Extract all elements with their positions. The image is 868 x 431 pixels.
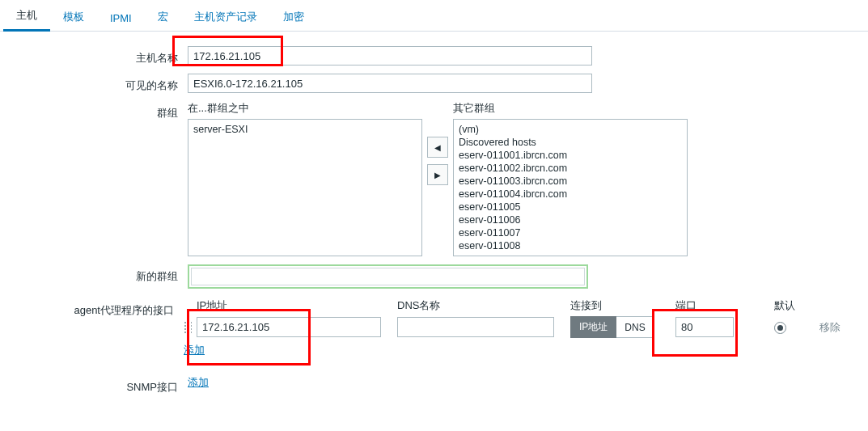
tab-encryption[interactable]: 加密	[270, 5, 317, 31]
label-groups: 群组	[0, 101, 188, 120]
default-interface-radio[interactable]	[774, 322, 786, 334]
label-host-name: 主机名称	[0, 46, 188, 65]
tab-templates[interactable]: 模板	[50, 5, 97, 31]
remove-interface-link[interactable]: 移除	[819, 320, 868, 335]
list-item[interactable]: server-ESXI	[193, 123, 417, 136]
list-item[interactable]: eserv-011003.ibrcn.com	[459, 175, 682, 188]
host-name-input[interactable]	[188, 46, 592, 65]
header-default: 默认	[774, 298, 819, 313]
header-port: 端口	[675, 298, 755, 313]
label-new-group: 新的群组	[0, 264, 188, 284]
header-dns: DNS名称	[397, 298, 556, 313]
agent-dns-input[interactable]	[397, 317, 554, 337]
move-right-button[interactable]: ▶	[427, 164, 448, 185]
tab-bar: 主机 模板 IPMI 宏 主机资产记录 加密	[0, 0, 868, 32]
connect-to-ip-button[interactable]: IP地址	[570, 316, 616, 338]
list-item[interactable]: eserv-011008	[459, 239, 682, 252]
connect-to-toggle: IP地址 DNS	[570, 316, 675, 338]
triangle-left-icon: ◀	[434, 143, 441, 152]
agent-ip-input[interactable]	[197, 317, 381, 337]
visible-name-input[interactable]	[188, 74, 592, 93]
label-agent-interfaces: agent代理程序的接口	[0, 298, 184, 318]
tab-inventory[interactable]: 主机资产记录	[181, 5, 270, 31]
label-snmp-interfaces: SNMP接口	[0, 375, 188, 395]
add-agent-interface-link[interactable]: 添加	[184, 344, 205, 356]
move-left-button[interactable]: ◀	[427, 137, 448, 158]
tab-host[interactable]: 主机	[3, 3, 50, 32]
list-item[interactable]: eserv-011004.ibrcn.com	[459, 188, 682, 201]
other-groups-list[interactable]: (vm) Discovered hosts eserv-011001.ibrcn…	[453, 119, 688, 256]
list-item[interactable]: Discovered hosts	[459, 136, 682, 149]
label-in-groups: 在...群组之中	[188, 101, 422, 116]
list-item[interactable]: (vm)	[459, 123, 682, 136]
label-visible-name: 可见的名称	[0, 74, 188, 93]
drag-handle-icon[interactable]	[184, 321, 192, 334]
new-group-highlight	[188, 264, 588, 289]
add-snmp-interface-link[interactable]: 添加	[188, 376, 209, 388]
list-item[interactable]: eserv-011001.ibrcn.com	[459, 149, 682, 162]
list-item[interactable]: eserv-011007	[459, 226, 682, 239]
list-item[interactable]: eserv-011002.ibrcn.com	[459, 162, 682, 175]
header-connect-to: 连接到	[570, 298, 675, 313]
tab-macros[interactable]: 宏	[145, 5, 181, 31]
tab-ipmi[interactable]: IPMI	[97, 7, 145, 31]
new-group-input[interactable]	[191, 268, 585, 285]
triangle-right-icon: ▶	[434, 171, 441, 180]
list-item[interactable]: eserv-011005	[459, 201, 682, 213]
label-other-groups: 其它群组	[453, 101, 688, 116]
agent-interface-row: IP地址 DNS 移除	[184, 316, 868, 338]
agent-port-input[interactable]	[675, 317, 734, 337]
in-groups-list[interactable]: server-ESXI	[188, 119, 422, 256]
header-ip: IP地址	[197, 298, 383, 313]
list-item[interactable]: eserv-011006	[459, 213, 682, 226]
connect-to-dns-button[interactable]: DNS	[616, 316, 654, 338]
